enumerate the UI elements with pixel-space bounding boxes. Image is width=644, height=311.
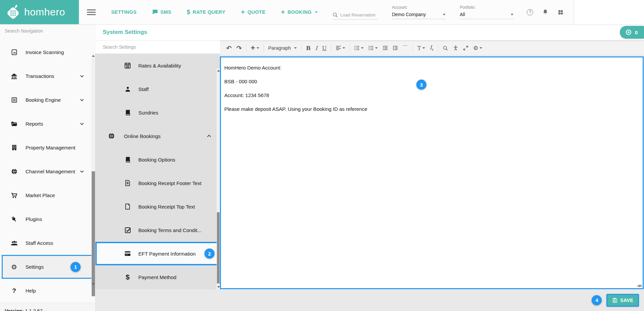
settings-item-payment-method[interactable]: $ Payment Method: [95, 265, 220, 289]
account-select-group: Account: Demo Company: [392, 0, 446, 24]
gear-icon: ⚙: [10, 264, 18, 270]
sidebar-scrollbar[interactable]: [91, 54, 95, 286]
align-button[interactable]: [333, 43, 348, 53]
settings-item-booking-receipt-top[interactable]: Booking Receipt Top Text: [95, 195, 220, 218]
undo-button[interactable]: ↶: [224, 43, 234, 53]
book-icon: [123, 109, 132, 116]
editor-text[interactable]: HomHero Demo Account: BSB - 000 000 Acco…: [221, 57, 643, 112]
sidebar-item-channel-management[interactable]: Channel Management: [0, 160, 95, 183]
numbered-list-button[interactable]: [366, 43, 380, 53]
sidebar-item-help[interactable]: ? Help: [0, 279, 95, 303]
search-settings-input[interactable]: [103, 44, 197, 50]
counter-pill[interactable]: 0: [620, 26, 644, 39]
sidebar-item-property-management[interactable]: Property Management: [0, 136, 95, 160]
calendar-icon: [123, 62, 132, 69]
scroll-up-icon[interactable]: [92, 55, 95, 57]
sidebar-item-transactions[interactable]: Transactions: [0, 64, 95, 88]
settings-scrollbar[interactable]: [217, 69, 220, 289]
left-sidebar: Invoice Scanning Transactions Booking: [0, 24, 95, 311]
annotation-badge-4: 4: [592, 295, 602, 305]
brand-logo[interactable]: homhero: [0, 0, 79, 24]
account-select[interactable]: Demo Company: [392, 12, 446, 19]
insert-button[interactable]: +: [248, 43, 262, 53]
sidebar-item-invoice-scanning[interactable]: Invoice Scanning: [0, 40, 95, 64]
nav-settings[interactable]: SETTINGS: [111, 9, 137, 15]
sidebar-item-staff-access[interactable]: Staff Access: [0, 231, 95, 255]
users-icon: [10, 239, 18, 247]
settings-item-online-bookings[interactable]: Online Bookings: [95, 124, 220, 148]
editor-paragraph[interactable]: HomHero Demo Account:: [224, 65, 638, 71]
toolbar-divider: [350, 44, 350, 52]
settings-item-staff[interactable]: Staff: [95, 77, 220, 101]
increase-indent-button[interactable]: [390, 43, 400, 53]
sidebar-item-market-place[interactable]: Market Place: [0, 183, 95, 207]
fullscreen-button[interactable]: [461, 43, 471, 53]
editor-content-area[interactable]: HomHero Demo Account: BSB - 000 000 Acco…: [220, 56, 644, 289]
doc-blank-icon: [123, 203, 132, 210]
dollar-icon: $: [123, 273, 132, 281]
settings-item-sundries[interactable]: Sundries: [95, 101, 220, 124]
scroll-up-icon[interactable]: [217, 70, 220, 72]
load-reservation-search: [332, 12, 378, 19]
header-icons: ?: [527, 0, 564, 24]
person-icon: [123, 86, 132, 93]
search-navigation-input[interactable]: [5, 28, 79, 34]
editor-toolbar: ↶ ↷ + Paragraph B I U: [220, 41, 644, 55]
toolbar-divider: [301, 44, 302, 52]
top-header: homhero SETTINGS SMS $ RATE QUERY + QUOT…: [0, 0, 644, 24]
portfolio-select[interactable]: All: [460, 12, 513, 19]
sidebar-item-reports[interactable]: Reports: [0, 112, 95, 136]
format-button[interactable]: T: [415, 43, 427, 53]
preferences-button[interactable]: ⚙: [471, 43, 485, 53]
decrease-indent-button[interactable]: [380, 43, 390, 53]
help-icon[interactable]: ?: [527, 9, 533, 15]
nav-rate-query[interactable]: $ RATE QUERY: [187, 9, 225, 16]
bullet-list-button[interactable]: [352, 43, 366, 53]
editor-paragraph[interactable]: Please make deposit ASAP. Using your Boo…: [224, 106, 638, 112]
sidebar-item-settings[interactable]: ⚙ Settings 1: [2, 255, 93, 279]
invoice-scan-icon: [10, 49, 18, 56]
sms-bubble-icon: [152, 9, 158, 15]
nav-booking[interactable]: + BOOKING: [281, 9, 318, 15]
sidebar-item-plugins[interactable]: Plugins: [0, 207, 95, 231]
settings-item-rates-availability[interactable]: Rates & Availability: [95, 54, 220, 77]
plus-icon: +: [281, 10, 285, 14]
save-floppy-icon: [612, 298, 617, 303]
blockquote-button[interactable]: “: [400, 43, 411, 53]
chevron-down-icon: [479, 47, 482, 49]
nav-sms[interactable]: SMS: [152, 9, 172, 15]
chevron-down-icon: [80, 123, 84, 125]
top-navigation: SETTINGS SMS $ RATE QUERY + QUOTE + BOOK…: [96, 0, 318, 24]
scroll-down-icon[interactable]: [92, 283, 95, 285]
settings-item-booking-receipt-footer[interactable]: Booking Receipt Footer Text: [95, 171, 220, 195]
accessibility-check-button[interactable]: [451, 43, 461, 53]
editor-paragraph[interactable]: BSB - 000 000: [224, 79, 638, 84]
question-icon: ?: [10, 287, 18, 295]
nav-quote[interactable]: + QUOTE: [241, 9, 265, 15]
scroll-down-icon[interactable]: [217, 286, 220, 288]
toolbar-divider: [438, 44, 438, 52]
underline-button[interactable]: U: [320, 43, 329, 53]
sidebar-item-booking-engine[interactable]: Booking Engine: [0, 88, 95, 112]
find-replace-button[interactable]: [440, 43, 451, 53]
apps-grid-icon[interactable]: [557, 9, 564, 15]
clear-formatting-button[interactable]: Ix: [427, 43, 436, 53]
menu-hamburger-icon[interactable]: [87, 9, 96, 15]
scrollbar-thumb[interactable]: [217, 212, 220, 283]
bold-button[interactable]: B: [304, 43, 313, 53]
redo-button[interactable]: ↷: [234, 43, 244, 53]
settings-item-booking-options[interactable]: Booking Options: [95, 148, 220, 171]
italic-button[interactable]: I: [313, 43, 320, 53]
chevron-down-icon: [294, 47, 297, 49]
save-button[interactable]: SAVE: [606, 294, 639, 307]
settings-item-booking-terms[interactable]: Booking Terms and Condit...: [95, 218, 220, 242]
load-reservation-input[interactable]: [340, 12, 375, 17]
editor-paragraph[interactable]: Account: 1234 5678: [224, 92, 638, 98]
scrollbar-thumb[interactable]: [92, 171, 95, 296]
paragraph-style-dropdown[interactable]: Paragraph: [266, 43, 300, 53]
notifications-bell-icon[interactable]: [542, 9, 549, 15]
homhero-logo-icon: [5, 4, 21, 20]
settings-item-eft-payment-information[interactable]: EFT Payment Information 2: [95, 242, 220, 265]
code-view-icon[interactable]: </>: [637, 284, 642, 288]
settings-list: Rates & Availability Staff: [95, 54, 220, 289]
